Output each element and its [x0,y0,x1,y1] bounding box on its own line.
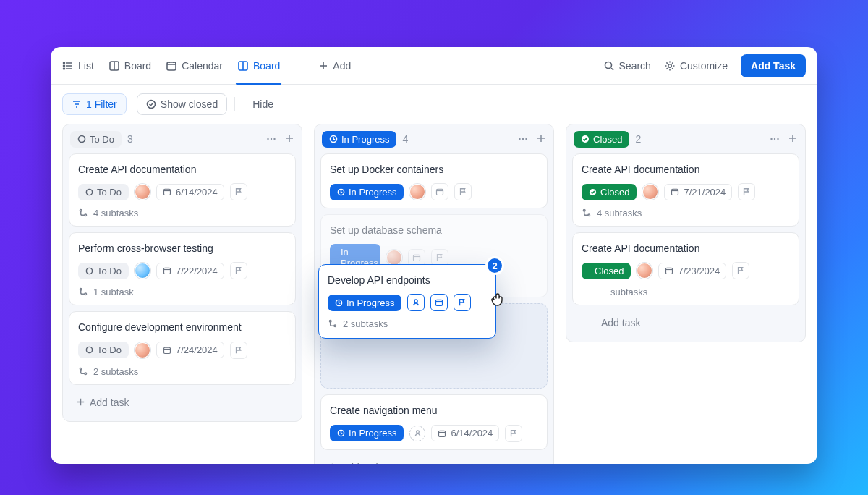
card-status-label: Closed [600,187,629,198]
column-add-button[interactable] [536,133,546,145]
flag-button[interactable] [454,183,472,200]
tab-board[interactable]: Board [109,47,151,84]
assignee-button[interactable] [407,294,425,311]
assignee-avatar[interactable] [135,184,150,200]
card-title: Create navigation menu [330,404,538,417]
flag-icon [234,266,243,275]
flag-icon [742,187,751,196]
date-chip[interactable]: 7/24/2024 [156,342,224,358]
flag-button[interactable] [454,294,471,311]
card-title: Perform cross-browser testing [78,242,286,255]
svg-point-17 [86,268,92,274]
status-pill-closed[interactable]: Closed [574,131,629,148]
assignee-avatar[interactable] [409,184,425,200]
column-add-button[interactable] [788,133,798,145]
subtasks-row[interactable]: 4 subtasks [78,208,286,219]
svg-point-20 [85,293,87,295]
tab-calendar[interactable]: Calendar [166,47,223,84]
search-button[interactable]: Search [603,60,651,72]
show-closed-chip[interactable]: Show closed [137,93,227,115]
flag-button[interactable] [505,425,522,442]
task-card[interactable]: Configure development environment To Do … [69,311,296,384]
date-chip[interactable]: 7/21/2024 [664,184,732,200]
subtasks-row[interactable]: subtasks [582,287,790,297]
subtasks-row[interactable]: 1 subtask [78,287,286,297]
column-add-button[interactable] [284,133,294,145]
customize-label: Customize [680,60,728,72]
circle-icon [77,135,86,143]
subtask-icon [582,208,591,218]
card-status-pill[interactable]: In Progress [330,184,404,200]
svg-point-44 [583,210,585,212]
customize-button[interactable]: Customize [664,60,728,72]
tab-label: List [78,60,94,72]
flag-button[interactable] [230,262,247,279]
add-task-row[interactable]: Add task [69,391,296,414]
date-button[interactable] [430,294,448,311]
card-status-label: In Progress [349,428,396,439]
svg-point-28 [525,138,527,140]
subtasks-row[interactable]: 2 subtasks [78,366,286,377]
assignee-avatar[interactable] [637,263,652,279]
flag-button[interactable] [732,262,749,279]
card-title: Develop API endpoints [328,274,487,287]
assignee-avatar[interactable] [642,184,658,200]
calendar-icon [412,253,421,262]
column-more-button[interactable] [769,133,780,145]
task-card[interactable]: Create API documentation Closed 7/23/202… [572,232,799,305]
date-chip[interactable]: 7/23/2024 [658,263,726,279]
add-task-label: Add task [341,462,380,464]
board-icon [109,60,120,72]
status-pill-in-progress[interactable]: In Progress [322,131,396,148]
add-view-button[interactable]: Add [318,47,351,84]
assignee-avatar[interactable] [135,342,150,358]
svg-rect-4 [167,62,176,70]
card-status-pill[interactable]: In Progress [330,425,404,441]
subtask-icon [328,319,337,329]
column-more-button[interactable] [517,133,529,145]
card-status-pill[interactable]: Closed [582,184,637,200]
flag-button[interactable] [738,183,755,200]
card-meta: To Do 7/24/2024 [78,342,286,359]
unassigned-avatar[interactable] [409,426,425,441]
calendar-icon [163,266,171,275]
divider [234,97,235,111]
task-card[interactable]: Set up Docker containers In Progress [320,153,548,208]
add-task-row[interactable]: Add task [320,456,548,464]
task-card[interactable]: Create API documentation Closed 7/21/202… [572,153,799,227]
add-task-button[interactable]: Add Task [741,54,806,77]
date-label: 7/22/2024 [176,266,218,276]
hide-button[interactable]: Hide [245,94,281,114]
card-status-pill[interactable]: Closed [582,263,631,279]
date-button[interactable] [431,183,448,200]
card-status-pill[interactable]: To Do [78,184,129,200]
card-status-pill[interactable]: To Do [78,263,129,279]
task-card[interactable]: Create API documentation To Do 6/14/2024 [69,153,296,227]
add-task-row[interactable]: Add task [572,311,799,334]
svg-point-24 [85,373,87,375]
tab-board-active[interactable]: Board [237,47,280,84]
column-more-button[interactable] [265,133,277,145]
filter-chip[interactable]: 1 Filter [62,93,127,115]
flag-button[interactable] [230,342,247,359]
date-chip[interactable]: 6/14/2024 [156,184,224,200]
svg-point-26 [519,138,520,140]
plus-icon [328,462,337,464]
date-chip[interactable]: 7/22/2024 [156,263,224,279]
svg-rect-30 [437,189,443,195]
status-pill-todo[interactable]: To Do [70,131,122,148]
card-status-pill[interactable]: To Do [78,342,129,358]
tab-list[interactable]: List [62,47,94,84]
card-status-pill[interactable]: In Progress [328,295,401,311]
plus-icon [536,133,546,143]
task-card[interactable]: Create navigation menu In Progress 6/14/… [320,394,548,449]
assignee-avatar[interactable] [135,263,150,279]
subtasks-row[interactable]: 2 subtasks [328,318,487,329]
subtasks-row[interactable]: 4 subtasks [582,208,790,219]
date-chip[interactable]: 6/14/2024 [431,425,499,441]
dragging-card[interactable]: 2 Develop API endpoints In Progress 2 su… [318,264,496,339]
task-card[interactable]: Perform cross-browser testing To Do 7/22… [69,232,296,305]
check-circle-icon [146,99,156,109]
hide-label: Hide [252,98,273,110]
flag-button[interactable] [230,183,247,200]
